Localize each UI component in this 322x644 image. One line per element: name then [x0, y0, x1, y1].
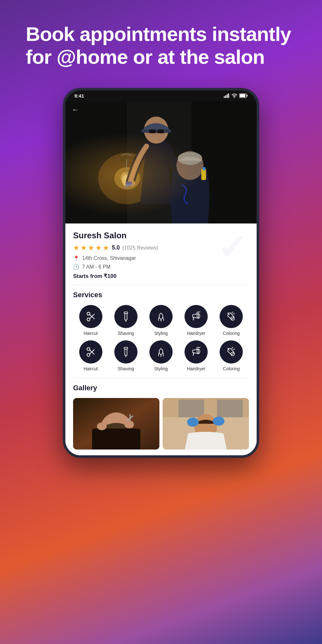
svg-rect-72 — [178, 400, 204, 417]
service-styling-2[interactable]: Styling — [143, 340, 178, 371]
service-styling-1[interactable]: Styling — [143, 305, 178, 336]
hours-row: 🕐 7 AM - 6 PM — [73, 264, 249, 270]
phone-content: ✓ Suresh Salon ★ ★ ★ ★ ★ 5.0 (1025 Revie… — [65, 223, 257, 455]
styling-icon-circle-2 — [149, 340, 173, 364]
location-text: 14th Cross, Shivanagar — [82, 255, 136, 261]
coloring-icon-circle-2 — [220, 340, 243, 364]
star-3: ★ — [88, 244, 94, 252]
rating-count: (1025 Reviews) — [122, 245, 158, 251]
hero-title: Book appointments instantly for @home or… — [26, 23, 296, 69]
svg-line-56 — [198, 347, 199, 348]
battery-icon — [239, 93, 248, 98]
svg-rect-7 — [240, 94, 245, 97]
service-coloring-1[interactable]: Coloring — [214, 305, 249, 336]
coloring-icon-1 — [225, 311, 237, 322]
price-tag: Starts from ₹100 — [73, 273, 249, 279]
svg-rect-2 — [227, 94, 228, 98]
hairdryer-icon-circle-1 — [185, 305, 208, 328]
clock-icon: 🕐 — [73, 264, 80, 270]
status-time: 9:41 — [74, 93, 84, 99]
divider — [73, 285, 249, 285]
gallery-image-1[interactable] — [73, 398, 159, 450]
hairdryer-icon-1 — [190, 311, 202, 322]
service-label-hairdryer-1: Hairdryer — [187, 331, 205, 336]
wifi-icon — [232, 93, 237, 98]
svg-rect-0 — [224, 96, 225, 98]
haircut-icon-circle-2 — [79, 340, 102, 364]
svg-point-64 — [97, 422, 107, 430]
svg-point-75 — [187, 418, 199, 427]
svg-point-76 — [213, 417, 224, 426]
hours-text: 7 AM - 6 PM — [82, 264, 110, 270]
service-haircut-1[interactable]: Haircut — [73, 305, 108, 336]
location-row: 📍 14th Cross, Shivanagar — [73, 255, 249, 261]
svg-point-4 — [234, 97, 235, 98]
svg-rect-73 — [217, 400, 243, 417]
styling-icon-2 — [155, 346, 167, 358]
service-label-coloring-1: Coloring — [223, 331, 240, 336]
rating-score: 5.0 — [112, 244, 120, 251]
svg-line-55 — [197, 347, 197, 348]
shaving-icon-circle-2 — [114, 340, 137, 364]
location-icon: 📍 — [73, 255, 80, 261]
services-grid-row1: Haircut Shaving — [73, 305, 249, 336]
salon-hero-image: ← — [65, 101, 257, 223]
svg-line-42 — [199, 312, 200, 312]
status-bar: 9:41 — [65, 90, 257, 101]
svg-line-41 — [198, 311, 199, 312]
signal-icon — [224, 93, 230, 98]
phone-frame: 9:41 — [63, 88, 259, 458]
services-grid-row2: Haircut Shaving — [73, 340, 249, 371]
svg-point-65 — [124, 421, 134, 428]
shaving-icon-circle-1 — [114, 305, 137, 328]
hairdryer-icon-2 — [190, 346, 202, 358]
gallery-title: Gallery — [73, 384, 249, 392]
coloring-icon-2 — [225, 346, 237, 358]
star-1: ★ — [73, 244, 80, 252]
service-label-haircut-2: Haircut — [83, 366, 98, 371]
service-hairdryer-1[interactable]: Hairdryer — [179, 305, 214, 336]
service-label-shaving-2: Shaving — [118, 366, 134, 371]
service-haircut-2[interactable]: Haircut — [73, 340, 108, 371]
razor-icon-2 — [120, 346, 132, 358]
svg-line-57 — [199, 347, 200, 347]
service-label-hairdryer-2: Hairdryer — [187, 366, 205, 371]
service-label-shaving-1: Shaving — [118, 331, 134, 336]
svg-rect-35 — [125, 314, 127, 320]
hero-section: Book appointments instantly for @home or… — [0, 0, 322, 81]
stars: ★ ★ ★ ★ ★ — [73, 244, 109, 252]
star-2: ★ — [80, 244, 87, 252]
star-5: ★ — [103, 244, 109, 252]
service-label-styling-2: Styling — [154, 366, 168, 371]
phone-mockup: 9:41 — [0, 88, 322, 458]
service-hairdryer-2[interactable]: Hairdryer — [179, 340, 214, 371]
gallery-grid — [73, 398, 249, 450]
divider-2 — [73, 378, 249, 378]
service-shaving-2[interactable]: Shaving — [108, 340, 143, 371]
svg-rect-3 — [228, 93, 229, 98]
svg-rect-6 — [247, 95, 248, 97]
service-label-coloring-2: Coloring — [223, 366, 240, 371]
service-coloring-2[interactable]: Coloring — [214, 340, 249, 371]
svg-line-39 — [193, 317, 194, 320]
hairdryer-icon-circle-2 — [185, 340, 208, 364]
svg-rect-1 — [225, 95, 226, 98]
haircut-icon-circle-1 — [79, 305, 102, 328]
svg-line-40 — [197, 312, 197, 313]
styling-icon-circle-1 — [149, 305, 173, 328]
rating-row: ★ ★ ★ ★ ★ 5.0 (1025 Reviews) — [73, 244, 249, 252]
salon-name: Suresh Salon — [73, 231, 249, 241]
svg-line-54 — [193, 352, 194, 355]
back-button[interactable]: ← — [72, 106, 79, 114]
service-label-styling-1: Styling — [154, 331, 168, 336]
svg-rect-63 — [92, 429, 140, 450]
salon-card: ✓ Suresh Salon ★ ★ ★ ★ ★ 5.0 (1025 Revie… — [65, 223, 257, 455]
styling-icon-1 — [155, 311, 167, 322]
scissors-icon-1 — [85, 311, 97, 322]
status-icons — [224, 93, 248, 98]
service-label-haircut-1: Haircut — [83, 331, 98, 336]
gallery-image-2[interactable] — [163, 398, 249, 450]
service-shaving-1[interactable]: Shaving — [108, 305, 143, 336]
razor-icon-1 — [120, 311, 132, 322]
star-4: ★ — [95, 244, 102, 252]
